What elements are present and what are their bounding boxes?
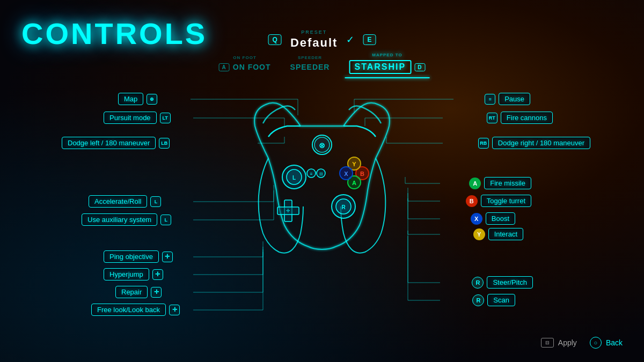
- svg-text:X: X: [344, 171, 348, 177]
- free-look-label: Free look/Look back: [91, 304, 166, 316]
- map-label: Map: [118, 93, 143, 105]
- svg-text:⊟: ⊟: [319, 172, 323, 176]
- interact-label: Interact: [488, 228, 523, 240]
- repair-badge: ✛: [151, 287, 162, 298]
- repair-label: Repair: [115, 286, 148, 298]
- accelerate-badge: L: [150, 196, 161, 207]
- back-button[interactable]: ○ Back: [590, 337, 623, 349]
- dodge-left-label: Dodge left / 180 maneuver: [62, 137, 156, 149]
- label-scan: R Scan: [472, 294, 515, 306]
- label-accelerate: Accelerate/Roll L: [89, 195, 161, 208]
- tab-on-foot-label: ON FOOT: [233, 63, 271, 71]
- scan-label: Scan: [487, 294, 515, 306]
- tab-starship-label: STARSHIP: [349, 60, 411, 74]
- fire-missile-label: Fire missile: [484, 177, 531, 189]
- hyperjump-label: Hyperjump: [104, 268, 149, 280]
- controller-diagram: ⊗ L R ✛ ≡ ⊟ B: [236, 83, 408, 282]
- svg-text:R: R: [341, 204, 346, 210]
- dodge-left-badge: LB: [159, 138, 170, 149]
- tab-on-foot-key: A: [219, 63, 230, 71]
- label-map: Map ⊕: [118, 93, 157, 105]
- pursuit-label: Pursuit mode: [104, 112, 157, 124]
- pause-badge: ≡: [485, 94, 495, 105]
- tab-starship[interactable]: MAPPED TO STARSHIP D: [339, 58, 435, 76]
- prev-preset-key[interactable]: Q: [268, 34, 282, 45]
- apply-icon: ⊟: [541, 338, 554, 348]
- toggle-turret-badge: B: [466, 195, 478, 207]
- hyperjump-badge: ✛: [152, 269, 163, 280]
- next-preset-key[interactable]: E: [363, 34, 376, 45]
- boost-badge: X: [471, 213, 482, 225]
- page-title: CONTROLS: [21, 16, 207, 51]
- svg-text:Y: Y: [352, 161, 356, 167]
- boost-label: Boost: [486, 212, 515, 225]
- pause-label: Pause: [499, 93, 530, 105]
- svg-text:L: L: [292, 175, 296, 181]
- fire-cannons-label: Fire cannons: [501, 112, 553, 124]
- fire-cannons-badge: RT: [487, 113, 497, 123]
- steer-label: Steer/Pitch: [487, 276, 533, 289]
- label-pursuit: Pursuit mode LT: [104, 112, 171, 124]
- apply-button[interactable]: ⊟ Apply: [541, 338, 577, 348]
- preset-name: Default: [290, 36, 338, 50]
- mode-tabs: ON FOOT A ON FOOT SPEEDER SPEEDER MAPPED…: [209, 58, 435, 76]
- label-pause: ≡ Pause: [485, 93, 530, 105]
- pursuit-badge: LT: [160, 113, 171, 123]
- tab-starship-key: D: [414, 63, 425, 71]
- interact-badge: Y: [473, 228, 485, 240]
- ping-badge: ✛: [162, 252, 173, 262]
- main-content: CONTROLS Q PRESET Default ✓ E ON FOOT A …: [0, 0, 644, 362]
- fire-missile-badge: A: [469, 178, 481, 189]
- label-dodge-right: RB Dodge right / 180 maneuver: [478, 137, 590, 149]
- svg-text:⊗: ⊗: [319, 141, 325, 150]
- label-steer: R Steer/Pitch: [472, 276, 533, 289]
- label-ping: Ping objective ✛: [104, 250, 173, 263]
- preset-sublabel: PRESET: [290, 29, 338, 35]
- label-dodge-left: Dodge left / 180 maneuver LB: [62, 137, 170, 149]
- label-fire-cannons: RT Fire cannons: [487, 112, 553, 124]
- back-label: Back: [606, 338, 623, 347]
- svg-text:B: B: [360, 171, 364, 177]
- scan-badge: R: [472, 294, 484, 306]
- dodge-right-label: Dodge right / 180 maneuver: [492, 137, 590, 149]
- ping-label: Ping objective: [104, 250, 159, 263]
- back-icon: ○: [590, 337, 602, 349]
- toggle-turret-label: Toggle turret: [481, 195, 531, 207]
- apply-label: Apply: [558, 338, 577, 347]
- label-free-look: Free look/Look back ✛: [91, 304, 180, 316]
- svg-text:A: A: [352, 180, 356, 186]
- map-badge: ⊕: [147, 94, 157, 105]
- label-hyperjump: Hyperjump ✛: [104, 268, 163, 280]
- svg-text:≡: ≡: [310, 172, 313, 176]
- label-fire-missile: A Fire missile: [469, 177, 531, 189]
- header-controls: Q PRESET Default ✓ E: [268, 29, 376, 50]
- label-aux: Use auxiliary system L: [82, 213, 171, 226]
- dodge-right-badge: RB: [478, 138, 489, 149]
- controller-svg: ⊗ L R ✛ ≡ ⊟ B: [236, 83, 408, 282]
- tab-on-foot[interactable]: ON FOOT A ON FOOT: [209, 61, 281, 73]
- free-look-badge: ✛: [169, 305, 180, 315]
- aux-label: Use auxiliary system: [82, 213, 157, 226]
- label-toggle-turret: B Toggle turret: [466, 195, 531, 207]
- tab-speeder[interactable]: SPEEDER SPEEDER: [281, 61, 340, 73]
- bottom-buttons: ⊟ Apply ○ Back: [541, 337, 623, 349]
- label-repair: Repair ✛: [115, 286, 162, 298]
- aux-badge: L: [160, 215, 171, 225]
- tab-speeder-label: SPEEDER: [290, 63, 330, 71]
- steer-badge: R: [472, 277, 484, 289]
- preset-check: ✓: [346, 34, 354, 46]
- svg-text:✛: ✛: [286, 208, 290, 213]
- label-boost: X Boost: [471, 212, 515, 225]
- accelerate-label: Accelerate/Roll: [89, 195, 147, 208]
- label-interact: Y Interact: [473, 228, 523, 240]
